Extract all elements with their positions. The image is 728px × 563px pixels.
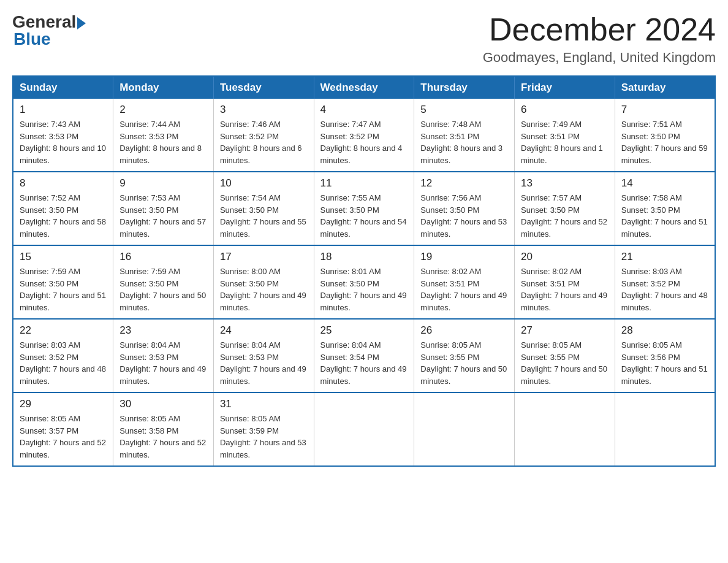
day-info: Sunrise: 8:00 AMSunset: 3:50 PMDaylight:… — [220, 266, 308, 313]
calendar-day-cell: 9Sunrise: 7:53 AMSunset: 3:50 PMDaylight… — [113, 172, 214, 245]
day-of-week-header: Tuesday — [213, 76, 314, 99]
logo: General Blue — [12, 12, 86, 49]
day-number: 4 — [320, 104, 408, 116]
logo-arrow-icon — [77, 17, 86, 29]
day-info: Sunrise: 8:03 AMSunset: 3:52 PMDaylight:… — [621, 266, 708, 313]
day-number: 6 — [521, 104, 609, 116]
calendar-day-cell: 31Sunrise: 8:05 AMSunset: 3:59 PMDayligh… — [213, 393, 314, 466]
day-number: 20 — [521, 251, 609, 263]
day-number: 25 — [320, 324, 408, 337]
day-of-week-header: Saturday — [615, 76, 715, 99]
calendar-day-cell: 5Sunrise: 7:48 AMSunset: 3:51 PMDaylight… — [414, 99, 515, 172]
calendar-day-cell — [515, 393, 615, 466]
day-info: Sunrise: 7:44 AMSunset: 3:53 PMDaylight:… — [119, 118, 207, 166]
day-info: Sunrise: 8:01 AMSunset: 3:50 PMDaylight:… — [320, 266, 408, 313]
calendar-week-row: 8Sunrise: 7:52 AMSunset: 3:50 PMDaylight… — [13, 172, 715, 245]
day-info: Sunrise: 7:59 AMSunset: 3:50 PMDaylight:… — [119, 266, 207, 313]
calendar-day-cell — [615, 393, 715, 466]
calendar-day-cell: 25Sunrise: 8:04 AMSunset: 3:54 PMDayligh… — [314, 319, 414, 393]
day-number: 16 — [119, 251, 207, 263]
day-info: Sunrise: 8:05 AMSunset: 3:55 PMDaylight:… — [521, 339, 609, 387]
month-title: December 2024 — [483, 12, 716, 47]
day-number: 14 — [621, 177, 708, 190]
day-number: 5 — [420, 104, 508, 116]
day-number: 9 — [119, 177, 207, 190]
day-info: Sunrise: 7:46 AMSunset: 3:52 PMDaylight:… — [220, 118, 308, 166]
day-number: 26 — [420, 324, 508, 337]
calendar-day-cell: 6Sunrise: 7:49 AMSunset: 3:51 PMDaylight… — [515, 99, 615, 172]
calendar-week-row: 15Sunrise: 7:59 AMSunset: 3:50 PMDayligh… — [13, 245, 715, 319]
calendar-day-cell: 13Sunrise: 7:57 AMSunset: 3:50 PMDayligh… — [515, 172, 615, 245]
day-info: Sunrise: 8:03 AMSunset: 3:52 PMDaylight:… — [20, 339, 107, 387]
day-info: Sunrise: 8:05 AMSunset: 3:59 PMDaylight:… — [220, 413, 308, 461]
location-subtitle: Goodmayes, England, United Kingdom — [483, 50, 716, 66]
day-number: 10 — [220, 177, 308, 190]
calendar-day-cell: 29Sunrise: 8:05 AMSunset: 3:57 PMDayligh… — [13, 393, 113, 466]
day-info: Sunrise: 7:49 AMSunset: 3:51 PMDaylight:… — [521, 118, 609, 166]
day-info: Sunrise: 7:54 AMSunset: 3:50 PMDaylight:… — [220, 192, 308, 240]
day-number: 29 — [20, 398, 107, 410]
day-info: Sunrise: 7:56 AMSunset: 3:50 PMDaylight:… — [420, 192, 508, 240]
day-number: 12 — [420, 177, 508, 190]
day-info: Sunrise: 8:04 AMSunset: 3:53 PMDaylight:… — [220, 339, 308, 387]
calendar-day-cell: 16Sunrise: 7:59 AMSunset: 3:50 PMDayligh… — [113, 245, 214, 319]
day-number: 21 — [621, 251, 708, 263]
calendar-day-cell: 11Sunrise: 7:55 AMSunset: 3:50 PMDayligh… — [314, 172, 414, 245]
day-info: Sunrise: 7:57 AMSunset: 3:50 PMDaylight:… — [521, 192, 609, 240]
day-info: Sunrise: 7:55 AMSunset: 3:50 PMDaylight:… — [320, 192, 408, 240]
calendar-week-row: 29Sunrise: 8:05 AMSunset: 3:57 PMDayligh… — [13, 393, 715, 466]
calendar-day-cell: 23Sunrise: 8:04 AMSunset: 3:53 PMDayligh… — [113, 319, 214, 393]
day-info: Sunrise: 7:53 AMSunset: 3:50 PMDaylight:… — [119, 192, 207, 240]
calendar-day-cell: 19Sunrise: 8:02 AMSunset: 3:51 PMDayligh… — [414, 245, 515, 319]
calendar-day-cell: 4Sunrise: 7:47 AMSunset: 3:52 PMDaylight… — [314, 99, 414, 172]
calendar-day-cell: 30Sunrise: 8:05 AMSunset: 3:58 PMDayligh… — [113, 393, 214, 466]
day-number: 3 — [220, 104, 308, 116]
page-header: General Blue December 2024 Goodmayes, En… — [12, 12, 716, 66]
day-info: Sunrise: 8:04 AMSunset: 3:54 PMDaylight:… — [320, 339, 408, 387]
day-of-week-header: Thursday — [414, 76, 515, 99]
day-info: Sunrise: 8:05 AMSunset: 3:58 PMDaylight:… — [119, 413, 207, 461]
day-info: Sunrise: 8:02 AMSunset: 3:51 PMDaylight:… — [521, 266, 609, 313]
calendar-day-cell: 22Sunrise: 8:03 AMSunset: 3:52 PMDayligh… — [13, 319, 113, 393]
day-number: 1 — [20, 104, 107, 116]
day-number: 27 — [521, 324, 609, 337]
day-info: Sunrise: 8:04 AMSunset: 3:53 PMDaylight:… — [119, 339, 207, 387]
calendar-day-cell: 7Sunrise: 7:51 AMSunset: 3:50 PMDaylight… — [615, 99, 715, 172]
day-of-week-header: Friday — [515, 76, 615, 99]
calendar-day-cell: 2Sunrise: 7:44 AMSunset: 3:53 PMDaylight… — [113, 99, 214, 172]
day-info: Sunrise: 7:59 AMSunset: 3:50 PMDaylight:… — [20, 266, 107, 313]
calendar-day-cell: 8Sunrise: 7:52 AMSunset: 3:50 PMDaylight… — [13, 172, 113, 245]
calendar-day-cell: 20Sunrise: 8:02 AMSunset: 3:51 PMDayligh… — [515, 245, 615, 319]
calendar-day-cell: 14Sunrise: 7:58 AMSunset: 3:50 PMDayligh… — [615, 172, 715, 245]
day-info: Sunrise: 8:05 AMSunset: 3:57 PMDaylight:… — [20, 413, 107, 461]
day-of-week-header: Monday — [113, 76, 214, 99]
calendar-day-cell: 3Sunrise: 7:46 AMSunset: 3:52 PMDaylight… — [213, 99, 314, 172]
day-number: 24 — [220, 324, 308, 337]
calendar-day-cell: 21Sunrise: 8:03 AMSunset: 3:52 PMDayligh… — [615, 245, 715, 319]
logo-blue-text: Blue — [13, 29, 51, 49]
day-info: Sunrise: 7:48 AMSunset: 3:51 PMDaylight:… — [420, 118, 508, 166]
calendar-week-row: 22Sunrise: 8:03 AMSunset: 3:52 PMDayligh… — [13, 319, 715, 393]
day-number: 30 — [119, 398, 207, 410]
day-number: 28 — [621, 324, 708, 337]
day-number: 17 — [220, 251, 308, 263]
day-of-week-header: Sunday — [13, 76, 113, 99]
day-number: 15 — [20, 251, 107, 263]
day-number: 18 — [320, 251, 408, 263]
day-info: Sunrise: 8:05 AMSunset: 3:56 PMDaylight:… — [621, 339, 708, 387]
calendar-header-row: SundayMondayTuesdayWednesdayThursdayFrid… — [13, 76, 715, 99]
calendar-week-row: 1Sunrise: 7:43 AMSunset: 3:53 PMDaylight… — [13, 99, 715, 172]
day-number: 8 — [20, 177, 107, 190]
day-info: Sunrise: 8:05 AMSunset: 3:55 PMDaylight:… — [420, 339, 508, 387]
calendar-day-cell: 1Sunrise: 7:43 AMSunset: 3:53 PMDaylight… — [13, 99, 113, 172]
calendar-day-cell — [414, 393, 515, 466]
day-number: 11 — [320, 177, 408, 190]
title-block: December 2024 Goodmayes, England, United… — [483, 12, 716, 66]
day-info: Sunrise: 7:43 AMSunset: 3:53 PMDaylight:… — [20, 118, 107, 166]
day-number: 13 — [521, 177, 609, 190]
calendar-table: SundayMondayTuesdayWednesdayThursdayFrid… — [12, 75, 716, 467]
day-info: Sunrise: 7:52 AMSunset: 3:50 PMDaylight:… — [20, 192, 107, 240]
day-number: 7 — [621, 104, 708, 116]
day-number: 22 — [20, 324, 107, 337]
calendar-day-cell: 24Sunrise: 8:04 AMSunset: 3:53 PMDayligh… — [213, 319, 314, 393]
